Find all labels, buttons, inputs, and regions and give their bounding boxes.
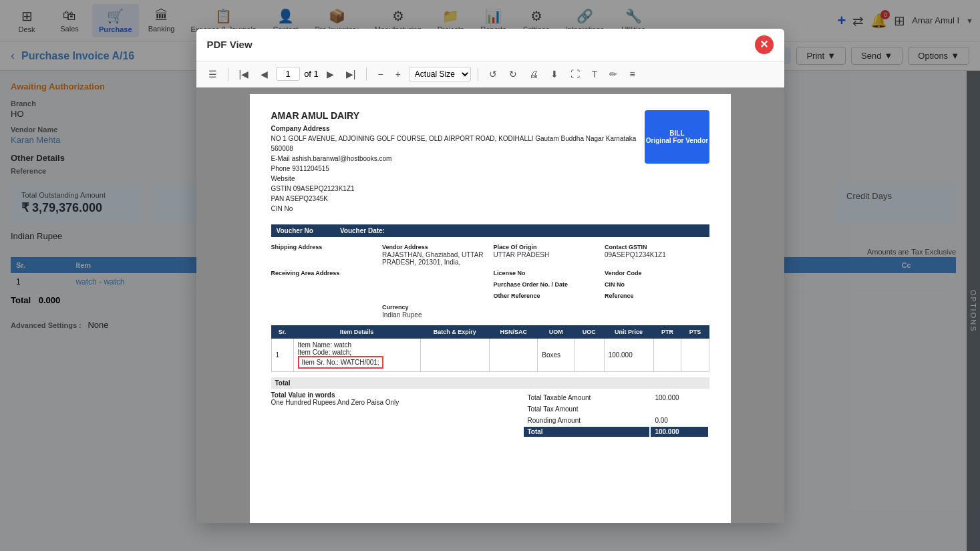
pdf-cell-uoc [575, 338, 604, 371]
download-pdf-button[interactable]: ⬇ [546, 67, 562, 81]
pan-label: PAN [271, 195, 285, 202]
pdf-cell-uom: Boxes [538, 338, 575, 371]
receiving-address-cell: Receiving Area Address [271, 270, 376, 277]
place-of-origin-value: UTTAR PRADESH [494, 251, 599, 258]
empty-cell-1 [382, 270, 487, 277]
pdf-cell-batch [420, 338, 490, 371]
modal-close-button[interactable]: ✕ [755, 35, 774, 54]
zoom-out-button[interactable]: − [373, 67, 387, 81]
rounding-label: Rounding Amount [524, 415, 650, 425]
empty-cell-4 [271, 293, 376, 300]
pdf-items-table: Sr. Item Details Batch & Expiry HSN/SAC … [271, 325, 709, 372]
pdf-voucher-bar: Voucher No Voucher Date: [271, 224, 709, 237]
pdf-col-hsn: HSN/SAC [490, 325, 538, 338]
pdf-total-bar: Total [271, 377, 709, 389]
zoom-in-button[interactable]: + [391, 67, 405, 81]
prev-page-button[interactable]: ◀ [257, 67, 272, 81]
menu-button[interactable]: ☰ [204, 67, 221, 81]
pdf-cell-item: Item Name: watch Item Code: watch; Item … [293, 338, 420, 371]
modal-header: PDF View ✕ [196, 29, 784, 61]
rotate-cw-button[interactable]: ↻ [505, 67, 521, 81]
rotate-ccw-button[interactable]: ↺ [485, 67, 501, 81]
company-gstin: 09ASEPQ2123K1Z1 [293, 185, 355, 192]
fullscreen-button[interactable]: ⛶ [566, 67, 584, 81]
place-of-origin-cell: Place Of Origin UTTAR PRADESH [494, 244, 599, 266]
empty-cell-6 [271, 304, 376, 319]
phone-label: Phone [271, 165, 291, 172]
contact-gstin-value: 09ASEPQ1234K1Z1 [605, 251, 709, 258]
pdf-col-uoc: UOC [575, 325, 604, 338]
pdf-cell-ptr [653, 338, 681, 371]
next-page-button[interactable]: ▶ [323, 67, 338, 81]
item-name: Item Name: watch [298, 341, 416, 349]
pdf-totals: Total Taxable Amount 100.000 Total Tax A… [522, 391, 709, 438]
page-of-label: of 1 [304, 69, 319, 79]
pdf-cell-sr: 1 [271, 338, 293, 371]
tax-amount-value [651, 404, 707, 414]
pdf-col-sr: Sr. [271, 325, 293, 338]
modal-overlay: PDF View ✕ ☰ |◀ ◀ of 1 ▶ ▶| − + Actual S… [0, 0, 980, 551]
pdf-cell-price: 100.000 [604, 338, 653, 371]
pdf-footer: Total Value in words One Hundred Rupees … [271, 391, 709, 438]
pdf-table-row: 1 Item Name: watch Item Code: watch; Ite… [271, 338, 709, 371]
last-page-button[interactable]: ▶| [342, 67, 360, 81]
cin-no-label: CIN No [605, 281, 709, 288]
bill-stamp-line2: Original For Vendor [646, 137, 708, 144]
other-reference-label: Other Reference [494, 293, 599, 299]
pdf-col-batch: Batch & Expiry [420, 325, 490, 338]
company-pan: ASEPQ2345K [286, 195, 328, 202]
print-pdf-button[interactable]: 🖨 [525, 67, 542, 81]
bill-stamp-line1: BILL [669, 130, 684, 137]
empty-cell-5 [382, 293, 487, 300]
pdf-cell-hsn [490, 338, 538, 371]
currency-label: Currency [382, 304, 487, 311]
address-label: Company Address [271, 125, 330, 132]
shipping-address-label: Shipping Address [271, 244, 376, 250]
vendor-code-cell: Vendor Code [605, 270, 709, 277]
zoom-select[interactable]: Actual Size Page Fit Page Width [409, 67, 471, 81]
company-address: NO 1 GOLF AVENUE, ADJOINING GOLF COURSE,… [271, 135, 637, 152]
grand-total-label: Total [524, 427, 650, 437]
pdf-col-pts: PTS [681, 325, 709, 338]
item-code: Item Code: watch; [298, 349, 416, 356]
place-of-origin-label: Place Of Origin [494, 244, 599, 250]
voucher-date-label: Voucher Date: [340, 227, 385, 234]
vendor-address-label: Vendor Address [382, 244, 487, 250]
pdf-address-grid: Shipping Address Vendor Address RAJASTHA… [271, 244, 709, 319]
pdf-words: Total Value in words One Hundred Rupees … [271, 391, 399, 438]
taxable-value: 100.000 [651, 393, 707, 403]
pdf-cell-pts [681, 338, 709, 371]
rounding-row: Rounding Amount 0.00 [524, 415, 708, 425]
po-date-cell: Purchase Order No. / Date [494, 281, 599, 289]
words-label: Total Value in words [271, 391, 399, 399]
rounding-value: 0.00 [651, 415, 707, 425]
po-date-label: Purchase Order No. / Date [494, 281, 599, 288]
first-page-button[interactable]: |◀ [235, 67, 253, 81]
company-phone: 9311204515 [292, 165, 329, 172]
grand-total-value: 100.000 [651, 427, 707, 437]
tax-amount-row: Total Tax Amount [524, 404, 708, 414]
company-details: Company Address NO 1 GOLF AVENUE, ADJOIN… [271, 124, 645, 214]
pdf-col-price: Unit Price [604, 325, 653, 338]
license-no-label: License No [494, 270, 599, 277]
text-tool-button[interactable]: T [588, 67, 602, 81]
item-sr-highlight: Item Sr. No.: WATCH/001; [298, 356, 416, 369]
cin-no-cell: CIN No [605, 281, 709, 289]
pdf-col-item: Item Details [293, 325, 420, 338]
pen-tool-button[interactable]: ✏ [605, 67, 621, 81]
item-sr-value: Item Sr. No.: WATCH/001; [298, 356, 383, 369]
contact-gstin-cell: Contact GSTIN 09ASEPQ1234K1Z1 [605, 244, 709, 266]
pdf-col-ptr: PTR [653, 325, 681, 338]
page-number-input[interactable] [276, 67, 300, 81]
grand-total-row: Total 100.000 [524, 427, 708, 437]
words-value: One Hundred Rupees And Zero Paisa Only [271, 399, 399, 406]
company-name: AMAR AMUL DAIRY [271, 110, 645, 121]
tax-amount-label: Total Tax Amount [524, 404, 650, 414]
more-tools-button[interactable]: ≡ [625, 67, 639, 81]
company-email: ashish.baranwal@hostbooks.com [292, 155, 392, 162]
reference-label: Reference [605, 293, 709, 299]
pdf-body: AMAR AMUL DAIRY Company Address NO 1 GOL… [196, 87, 784, 523]
taxable-row: Total Taxable Amount 100.000 [524, 393, 708, 403]
contact-gstin-label: Contact GSTIN [605, 244, 709, 250]
pdf-totals-table: Total Taxable Amount 100.000 Total Tax A… [522, 391, 709, 438]
